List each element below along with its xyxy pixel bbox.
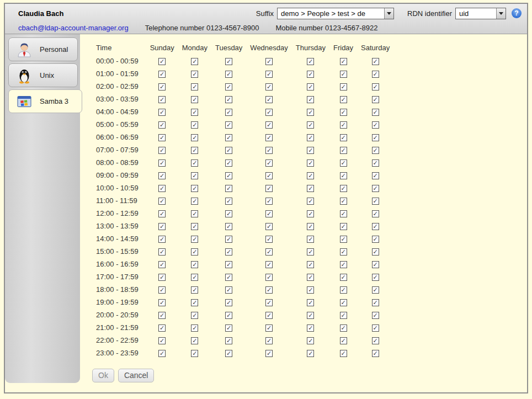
- hour-checkbox[interactable]: [372, 58, 379, 65]
- hour-checkbox[interactable]: [372, 109, 379, 116]
- hour-checkbox[interactable]: [372, 96, 379, 103]
- help-icon[interactable]: ?: [512, 8, 522, 18]
- hour-checkbox[interactable]: [340, 147, 347, 154]
- hour-checkbox[interactable]: [225, 350, 232, 357]
- hour-checkbox[interactable]: [158, 274, 166, 281]
- hour-checkbox[interactable]: [307, 223, 314, 230]
- hour-checkbox[interactable]: [191, 236, 198, 243]
- hour-checkbox[interactable]: [340, 83, 347, 91]
- hour-checkbox[interactable]: [340, 109, 347, 116]
- hour-checkbox[interactable]: [191, 121, 198, 129]
- hour-checkbox[interactable]: [191, 261, 198, 268]
- hour-checkbox[interactable]: [265, 286, 273, 294]
- hour-checkbox[interactable]: [225, 223, 232, 230]
- hour-checkbox[interactable]: [265, 159, 273, 167]
- hour-checkbox[interactable]: [158, 83, 166, 91]
- hour-checkbox[interactable]: [307, 286, 314, 294]
- hour-checkbox[interactable]: [191, 83, 198, 91]
- hour-checkbox[interactable]: [225, 198, 232, 205]
- hour-checkbox[interactable]: [307, 159, 314, 167]
- hour-checkbox[interactable]: [307, 71, 314, 78]
- hour-checkbox[interactable]: [372, 83, 379, 91]
- hour-checkbox[interactable]: [265, 198, 273, 205]
- hour-checkbox[interactable]: [191, 223, 198, 230]
- hour-checkbox[interactable]: [265, 71, 273, 78]
- hour-checkbox[interactable]: [340, 350, 347, 357]
- hour-checkbox[interactable]: [307, 96, 314, 103]
- hour-checkbox[interactable]: [191, 172, 198, 179]
- hour-checkbox[interactable]: [372, 71, 379, 78]
- hour-checkbox[interactable]: [191, 134, 198, 141]
- hour-checkbox[interactable]: [225, 274, 232, 281]
- hour-checkbox[interactable]: [191, 350, 198, 357]
- hour-checkbox[interactable]: [265, 172, 273, 179]
- hour-checkbox[interactable]: [372, 172, 379, 179]
- hour-checkbox[interactable]: [307, 261, 314, 268]
- hour-checkbox[interactable]: [307, 350, 314, 357]
- hour-checkbox[interactable]: [372, 185, 379, 192]
- hour-checkbox[interactable]: [340, 286, 347, 294]
- hour-checkbox[interactable]: [265, 248, 273, 256]
- hour-checkbox[interactable]: [265, 324, 273, 332]
- hour-checkbox[interactable]: [307, 185, 314, 192]
- hour-checkbox[interactable]: [158, 223, 166, 230]
- hour-checkbox[interactable]: [158, 350, 166, 357]
- hour-checkbox[interactable]: [191, 109, 198, 116]
- hour-checkbox[interactable]: [225, 71, 232, 78]
- hour-checkbox[interactable]: [340, 261, 347, 268]
- hour-checkbox[interactable]: [225, 324, 232, 332]
- hour-checkbox[interactable]: [340, 223, 347, 230]
- chevron-down-icon[interactable]: [384, 8, 393, 19]
- hour-checkbox[interactable]: [191, 324, 198, 332]
- hour-checkbox[interactable]: [158, 337, 166, 344]
- hour-checkbox[interactable]: [191, 198, 198, 205]
- hour-checkbox[interactable]: [191, 71, 198, 78]
- hour-checkbox[interactable]: [225, 286, 232, 294]
- hour-checkbox[interactable]: [372, 159, 379, 167]
- hour-checkbox[interactable]: [225, 236, 232, 243]
- suffix-select[interactable]: demo > People > test > de: [277, 8, 394, 19]
- hour-checkbox[interactable]: [225, 96, 232, 103]
- hour-checkbox[interactable]: [340, 159, 347, 167]
- hour-checkbox[interactable]: [158, 185, 166, 192]
- hour-checkbox[interactable]: [225, 210, 232, 217]
- hour-checkbox[interactable]: [158, 198, 166, 205]
- tab-unix[interactable]: Unix: [8, 63, 78, 87]
- hour-checkbox[interactable]: [158, 324, 166, 332]
- hour-checkbox[interactable]: [340, 210, 347, 217]
- hour-checkbox[interactable]: [265, 299, 273, 306]
- hour-checkbox[interactable]: [265, 312, 273, 319]
- hour-checkbox[interactable]: [158, 109, 166, 116]
- hour-checkbox[interactable]: [158, 147, 166, 154]
- hour-checkbox[interactable]: [372, 147, 379, 154]
- hour-checkbox[interactable]: [158, 248, 166, 256]
- hour-checkbox[interactable]: [340, 71, 347, 78]
- hour-checkbox[interactable]: [340, 324, 347, 332]
- hour-checkbox[interactable]: [265, 236, 273, 243]
- hour-checkbox[interactable]: [307, 210, 314, 217]
- ok-button[interactable]: Ok: [92, 369, 114, 382]
- hour-checkbox[interactable]: [265, 185, 273, 192]
- rdn-identifier-select[interactable]: uid: [455, 8, 506, 19]
- hour-checkbox[interactable]: [372, 261, 379, 268]
- hour-checkbox[interactable]: [340, 134, 347, 141]
- hour-checkbox[interactable]: [372, 324, 379, 332]
- hour-checkbox[interactable]: [340, 274, 347, 281]
- hour-checkbox[interactable]: [372, 286, 379, 294]
- cancel-button[interactable]: Cancel: [118, 369, 155, 382]
- hour-checkbox[interactable]: [307, 109, 314, 116]
- hour-checkbox[interactable]: [191, 312, 198, 319]
- hour-checkbox[interactable]: [225, 248, 232, 256]
- hour-checkbox[interactable]: [372, 274, 379, 281]
- hour-checkbox[interactable]: [158, 121, 166, 129]
- hour-checkbox[interactable]: [307, 274, 314, 281]
- hour-checkbox[interactable]: [307, 121, 314, 129]
- hour-checkbox[interactable]: [158, 261, 166, 268]
- hour-checkbox[interactable]: [307, 299, 314, 306]
- hour-checkbox[interactable]: [372, 236, 379, 243]
- hour-checkbox[interactable]: [225, 58, 232, 65]
- hour-checkbox[interactable]: [340, 58, 347, 65]
- hour-checkbox[interactable]: [265, 210, 273, 217]
- hour-checkbox[interactable]: [340, 96, 347, 103]
- hour-checkbox[interactable]: [158, 299, 166, 306]
